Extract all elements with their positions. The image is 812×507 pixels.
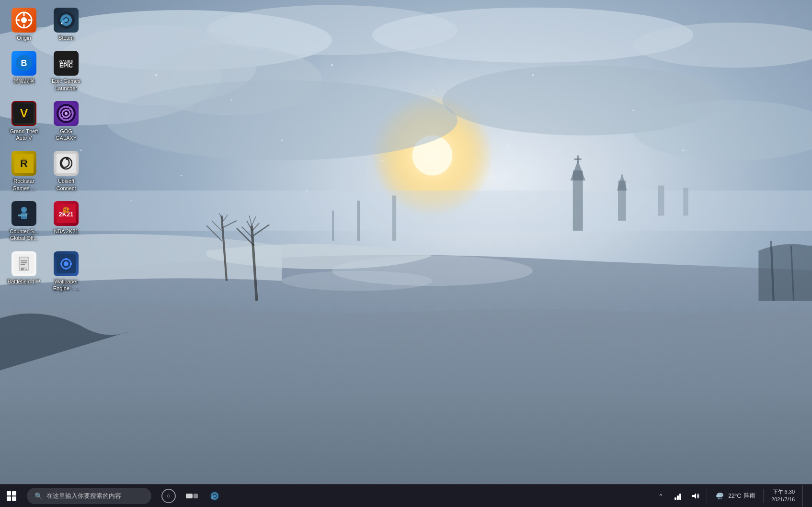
desktop-icons: Origin Steam <box>5 5 110 294</box>
svg-point-68 <box>62 20 65 23</box>
sound-icon-button[interactable] <box>687 488 703 504</box>
svg-point-112 <box>214 495 216 497</box>
windows-icon <box>7 491 16 501</box>
svg-rect-108 <box>70 263 72 265</box>
cortana-icon: ○ <box>167 492 171 499</box>
start-button[interactable] <box>0 484 23 507</box>
origin-label: Origin <box>17 34 31 41</box>
svg-text:BF1: BF1 <box>21 267 27 270</box>
icon-row-1: B 暴雪战网 EPIC GAMES Epic Games Launcher <box>5 48 110 94</box>
gta-icon[interactable]: V Grand Theft Auto V <box>5 98 43 145</box>
network-icon-button[interactable] <box>670 488 686 504</box>
icon-row-4: Counter-S... Global Off... 2K21 NBA 2K21 <box>5 198 110 245</box>
origin-icon-img <box>11 8 36 33</box>
svg-rect-105 <box>65 258 67 260</box>
search-placeholder-text: 在这里输入你要搜索的内容 <box>46 492 121 500</box>
svg-text:B: B <box>21 58 27 68</box>
svg-rect-107 <box>60 263 62 265</box>
svg-text:GAMES: GAMES <box>59 59 73 64</box>
steam-taskbar-icon <box>209 490 220 502</box>
svg-point-67 <box>64 18 68 22</box>
icon-row-3: R Rockstar Games ... Ubisoft Con <box>5 148 110 194</box>
gog-icon[interactable]: GOG GALAXY <box>47 98 85 145</box>
taskbar: 🔍 在这里输入你要搜索的内容 ○ ^ <box>0 484 812 507</box>
ubisoft-label: Ubisoft Connect <box>49 178 83 192</box>
tray-separator <box>707 489 707 503</box>
origin-icon[interactable]: Origin <box>5 5 43 44</box>
cortana-button[interactable]: ○ <box>157 484 180 507</box>
svg-point-79 <box>65 112 68 115</box>
rockstar-label: Rockstar Games ... <box>7 178 41 192</box>
gog-label: GOG GALAXY <box>49 128 83 142</box>
nba2k21-label: NBA 2K21 <box>54 228 79 235</box>
search-icon: 🔍 <box>34 492 43 500</box>
clock-widget[interactable]: 下午 6:30 2021/7/16 <box>767 488 799 503</box>
weather-condition-text: 阵雨 <box>744 492 755 500</box>
svg-rect-91 <box>25 214 28 214</box>
csgo-icon-img <box>11 201 36 226</box>
blizzard-icon-img: B <box>11 51 36 76</box>
tray-expand-button[interactable]: ^ <box>653 488 668 504</box>
chevron-up-icon: ^ <box>659 493 662 499</box>
taskbar-search[interactable]: 🔍 在这里输入你要搜索的内容 <box>27 488 151 504</box>
steam-label: Steam <box>58 34 74 41</box>
wallpaper-engine-icon[interactable]: Wallpaper Engine：... <box>47 248 85 295</box>
battlefield-icon[interactable]: BF1 Battlefield 1™ <box>5 248 43 295</box>
taskview-rect-1 <box>186 494 193 498</box>
svg-marker-117 <box>692 493 696 499</box>
weather-widget[interactable]: 22°C 阵雨 <box>711 491 759 501</box>
desktop: Origin Steam <box>0 0 812 484</box>
svg-point-88 <box>21 207 27 213</box>
weather-icon <box>715 491 725 501</box>
blizzard-label: 暴雪战网 <box>13 78 34 84</box>
nba2k21-icon-img: 2K21 <box>54 201 79 226</box>
svg-text:V: V <box>20 107 28 120</box>
temperature-text: 22°C <box>728 493 741 499</box>
icon-row-5: BF1 Battlefield 1™ <box>5 248 110 295</box>
cortana-circle: ○ <box>161 489 176 503</box>
svg-rect-106 <box>65 268 67 270</box>
wallpaper-engine-label: Wallpaper Engine：... <box>49 278 83 292</box>
svg-rect-114 <box>675 497 676 500</box>
svg-rect-115 <box>677 496 679 500</box>
svg-point-60 <box>21 17 27 23</box>
taskbar-right: ^ <box>653 484 812 507</box>
rockstar-icon-img: R <box>11 151 36 176</box>
clock-separator <box>763 489 764 503</box>
svg-line-120 <box>718 498 719 499</box>
icon-row-0: Origin Steam <box>5 5 110 44</box>
sound-icon <box>691 492 699 500</box>
battlefield-label: Battlefield 1™ <box>8 278 40 285</box>
svg-point-113 <box>212 496 214 498</box>
date-text: 2021/7/16 <box>771 496 795 503</box>
svg-point-86 <box>66 157 69 160</box>
epic-icon-img: EPIC GAMES <box>54 51 79 76</box>
svg-point-104 <box>64 261 69 266</box>
gta-label: Grand Theft Auto V <box>7 128 41 142</box>
ubisoft-icon-img <box>54 151 79 176</box>
icon-row-2: V Grand Theft Auto V <box>5 98 110 145</box>
svg-line-121 <box>720 498 720 499</box>
taskview-button[interactable] <box>180 484 203 507</box>
epic-icon[interactable]: EPIC GAMES Epic Games Launcher <box>47 48 85 94</box>
ubisoft-icon[interactable]: Ubisoft Connect <box>47 148 85 194</box>
gog-icon-img <box>54 101 79 126</box>
epic-label: Epic Games Launcher <box>49 78 83 91</box>
taskview-icon <box>186 494 198 498</box>
steam-icon[interactable]: Steam <box>47 5 85 44</box>
svg-point-119 <box>716 495 720 497</box>
svg-rect-84 <box>57 154 76 173</box>
steam-icon-img <box>54 8 79 33</box>
show-desktop-button[interactable] <box>802 484 806 507</box>
blizzard-icon[interactable]: B 暴雪战网 <box>5 48 43 94</box>
svg-rect-90 <box>18 214 27 216</box>
svg-rect-116 <box>679 494 681 500</box>
nba2k21-icon[interactable]: 2K21 NBA 2K21 <box>47 198 85 245</box>
network-icon <box>674 492 682 500</box>
steam-taskbar-button[interactable] <box>203 484 226 507</box>
csgo-icon[interactable]: Counter-S... Global Off... <box>5 198 43 245</box>
wallpaper-engine-icon-img <box>54 251 79 276</box>
rockstar-icon[interactable]: R Rockstar Games ... <box>5 148 43 194</box>
battlefield-icon-img: BF1 <box>11 251 36 276</box>
csgo-label: Counter-S... Global Off... <box>7 228 41 242</box>
